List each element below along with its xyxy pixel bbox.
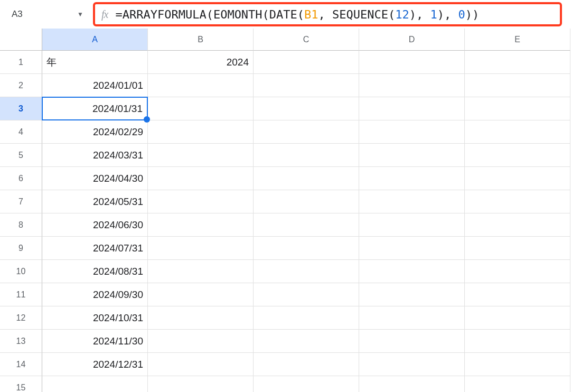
cell-B1[interactable]: 2024 <box>148 51 254 74</box>
column-header-b[interactable]: B <box>148 29 254 51</box>
cell-D9[interactable] <box>359 237 465 260</box>
cell-E4[interactable] <box>465 120 570 144</box>
name-box[interactable]: A3 ▼ <box>4 3 89 25</box>
cell-D15[interactable] <box>359 376 465 392</box>
cell-D2[interactable] <box>359 74 465 97</box>
cell-D12[interactable] <box>359 306 465 330</box>
cell-B11[interactable] <box>148 283 254 306</box>
cell-A7[interactable]: 2024/05/31 <box>42 190 148 213</box>
cell-E5[interactable] <box>465 144 570 167</box>
cell-C15[interactable] <box>254 376 359 392</box>
cell-B14[interactable] <box>148 353 254 376</box>
cell-C2[interactable] <box>254 74 359 97</box>
row-header-15[interactable]: 15 <box>0 376 42 392</box>
cell-A5[interactable]: 2024/03/31 <box>42 144 148 167</box>
cell-E1[interactable] <box>465 51 570 74</box>
row-header-3[interactable]: 3 <box>0 97 42 120</box>
cell-A11[interactable]: 2024/09/30 <box>42 283 148 306</box>
cell-E6[interactable] <box>465 167 570 190</box>
cell-E13[interactable] <box>465 330 570 353</box>
table-row: 62024/04/30 <box>0 167 581 190</box>
cell-E7[interactable] <box>465 190 570 213</box>
fill-handle[interactable] <box>144 116 150 123</box>
cell-C8[interactable] <box>254 213 359 237</box>
cell-C13[interactable] <box>254 330 359 353</box>
cell-B2[interactable] <box>148 74 254 97</box>
cell-E2[interactable] <box>465 74 570 97</box>
row-header-8[interactable]: 8 <box>0 213 42 237</box>
cell-A4[interactable]: 2024/02/29 <box>42 120 148 144</box>
cell-D6[interactable] <box>359 167 465 190</box>
cell-D14[interactable] <box>359 353 465 376</box>
cell-B7[interactable] <box>148 190 254 213</box>
cell-B6[interactable] <box>148 167 254 190</box>
cell-A9[interactable]: 2024/07/31 <box>42 237 148 260</box>
row-header-11[interactable]: 11 <box>0 283 42 306</box>
row-header-2[interactable]: 2 <box>0 74 42 97</box>
cell-C9[interactable] <box>254 237 359 260</box>
cell-C12[interactable] <box>254 306 359 330</box>
cell-D8[interactable] <box>359 213 465 237</box>
cell-D13[interactable] <box>359 330 465 353</box>
cell-A14[interactable]: 2024/12/31 <box>42 353 148 376</box>
cell-A1[interactable]: 年 <box>42 51 148 74</box>
cell-D11[interactable] <box>359 283 465 306</box>
column-header-c[interactable]: C <box>254 29 359 51</box>
cell-B4[interactable] <box>148 120 254 144</box>
cell-A6[interactable]: 2024/04/30 <box>42 167 148 190</box>
cell-C7[interactable] <box>254 190 359 213</box>
cell-A12[interactable]: 2024/10/31 <box>42 306 148 330</box>
cell-E3[interactable] <box>465 97 570 120</box>
cell-D3[interactable] <box>359 97 465 120</box>
cell-E15[interactable] <box>465 376 570 392</box>
row-header-4[interactable]: 4 <box>0 120 42 144</box>
cell-D10[interactable] <box>359 260 465 283</box>
cell-A10[interactable]: 2024/08/31 <box>42 260 148 283</box>
row-header-10[interactable]: 10 <box>0 260 42 283</box>
row-header-13[interactable]: 13 <box>0 330 42 353</box>
cell-A3[interactable]: 2024/01/31 <box>42 97 148 120</box>
cell-C10[interactable] <box>254 260 359 283</box>
column-header-e[interactable]: E <box>465 29 570 51</box>
cell-E14[interactable] <box>465 353 570 376</box>
cell-A2[interactable]: 2024/01/01 <box>42 74 148 97</box>
cell-E12[interactable] <box>465 306 570 330</box>
select-all-corner[interactable] <box>0 29 42 51</box>
cell-E8[interactable] <box>465 213 570 237</box>
row-header-14[interactable]: 14 <box>0 353 42 376</box>
cell-C3[interactable] <box>254 97 359 120</box>
row-header-6[interactable]: 6 <box>0 167 42 190</box>
cell-E9[interactable] <box>465 237 570 260</box>
row-header-9[interactable]: 9 <box>0 237 42 260</box>
column-header-d[interactable]: D <box>359 29 465 51</box>
cell-D5[interactable] <box>359 144 465 167</box>
row-header-12[interactable]: 12 <box>0 306 42 330</box>
cell-B9[interactable] <box>148 237 254 260</box>
cell-A13[interactable]: 2024/11/30 <box>42 330 148 353</box>
row-header-1[interactable]: 1 <box>0 51 42 74</box>
cell-A15[interactable] <box>42 376 148 392</box>
cell-B13[interactable] <box>148 330 254 353</box>
cell-D7[interactable] <box>359 190 465 213</box>
cell-C14[interactable] <box>254 353 359 376</box>
cell-D1[interactable] <box>359 51 465 74</box>
cell-B10[interactable] <box>148 260 254 283</box>
formula-input[interactable]: fx =ARRAYFORMULA(EOMONTH(DATE(B1, SEQUEN… <box>93 2 562 26</box>
cell-E11[interactable] <box>465 283 570 306</box>
column-header-a[interactable]: A <box>42 29 148 51</box>
cell-C11[interactable] <box>254 283 359 306</box>
cell-C1[interactable] <box>254 51 359 74</box>
cell-C4[interactable] <box>254 120 359 144</box>
cell-D4[interactable] <box>359 120 465 144</box>
cell-E10[interactable] <box>465 260 570 283</box>
cell-B15[interactable] <box>148 376 254 392</box>
cell-B12[interactable] <box>148 306 254 330</box>
cell-C6[interactable] <box>254 167 359 190</box>
cell-B5[interactable] <box>148 144 254 167</box>
row-header-5[interactable]: 5 <box>0 144 42 167</box>
cell-C5[interactable] <box>254 144 359 167</box>
cell-A8[interactable]: 2024/06/30 <box>42 213 148 237</box>
cell-B3[interactable] <box>148 97 254 120</box>
cell-B8[interactable] <box>148 213 254 237</box>
row-header-7[interactable]: 7 <box>0 190 42 213</box>
